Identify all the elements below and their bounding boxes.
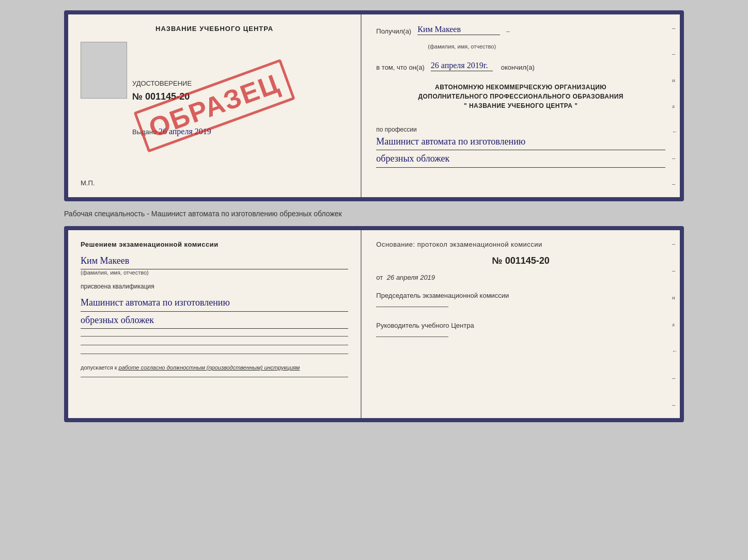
date-row: в том, что он(а) 26 апреля 2019г. окончи…: [376, 61, 665, 71]
cert-right-panel: Получил(а) Ким Макеев – (фамилия, имя, о…: [362, 14, 680, 197]
dash1: –: [506, 27, 510, 35]
qual-profession-line1: Машинист автомата по изготовлению: [81, 294, 348, 311]
qual-name-sub: (фамилия, имя, отчество): [81, 269, 348, 276]
допуск-italic: работе согласно должностным (производств…: [119, 364, 300, 371]
qual-date-row: от 26 апреля 2019: [376, 274, 665, 281]
qual-line3: [81, 354, 348, 354]
cert-left-panel: НАЗВАНИЕ УЧЕБНОГО ЦЕНТРА УДОСТОВЕРЕНИЕ №…: [68, 14, 362, 197]
received-row: Получил(а) Ким Макеев –: [376, 25, 665, 35]
qual-chairman-label: Председатель экзаменационной комиссии: [376, 292, 665, 299]
profession-line1: Машинист автомата по изготовлению: [376, 133, 665, 150]
qual-допуск: допускается к работе согласно должностны…: [81, 364, 348, 371]
qual-side-decoration: ––иа←––: [670, 230, 680, 418]
cert-text-area: УДОСТОВЕРЕНИЕ № 001145-20 Выдано 26 апре…: [132, 37, 348, 179]
cert-issued-date: 26 апреля 2019: [159, 127, 211, 136]
org-line3: " НАЗВАНИЕ УЧЕБНОГО ЦЕНТРА ": [376, 101, 665, 110]
profession-block: по профессии Машинист автомата по изгото…: [376, 122, 665, 168]
qual-date-prefix: от: [376, 274, 383, 281]
cert-photo-placeholder: [81, 42, 127, 99]
received-label: Получил(а): [376, 27, 411, 35]
cert-number: № 001145-20: [132, 91, 348, 102]
qualification-book: Решением экзаменационной комиссии Ким Ма…: [64, 226, 684, 422]
cert-issued-label: Выдано: [132, 128, 157, 136]
qual-basis-label: Основание: протокол экзаменационной коми…: [376, 241, 665, 248]
qual-line2: [81, 345, 348, 345]
cert-mp: М.П.: [81, 179, 348, 187]
org-line2: ДОПОЛНИТЕЛЬНОГО ПРОФЕССИОНАЛЬНОГО ОБРАЗО…: [376, 92, 665, 101]
qual-profession-block: Машинист автомата по изготовлению обрезн…: [81, 294, 348, 329]
cert-label: УДОСТОВЕРЕНИЕ: [132, 79, 348, 87]
profession-line2: обрезных обложек: [376, 150, 665, 167]
допуск-prefix: допускается к: [81, 364, 119, 371]
qual-date-value: 26 апреля 2019: [387, 274, 435, 281]
qual-left-panel: Решением экзаменационной комиссии Ким Ма…: [68, 230, 362, 418]
qual-name: Ким Макеев: [81, 252, 348, 269]
qual-director-label: Руководитель учебного Центра: [376, 322, 665, 329]
qual-protocol-num: № 001145-20: [376, 255, 665, 266]
received-name: Ким Макеев: [417, 25, 500, 35]
date-label: в том, что он(а): [376, 63, 424, 71]
qual-line4: [81, 377, 348, 377]
qual-name-block: Ким Макеев (фамилия, имя, отчество): [81, 252, 348, 276]
qual-chairman-signature: [376, 307, 448, 307]
profession-label: по профессии: [376, 126, 665, 133]
qual-heading: Решением экзаменационной комиссии: [81, 241, 348, 248]
org-line1: АВТОНОМНУЮ НЕКОММЕРЧЕСКУЮ ОРГАНИЗАЦИЮ: [376, 83, 665, 92]
certificate-book: НАЗВАНИЕ УЧЕБНОГО ЦЕНТРА УДОСТОВЕРЕНИЕ №…: [64, 10, 684, 201]
qual-right-panel: Основание: протокол экзаменационной коми…: [362, 230, 680, 418]
qual-profession-line2: обрезных обложек: [81, 312, 348, 329]
qual-director-signature: [376, 337, 448, 337]
side-decoration: ––иа←––: [670, 14, 680, 197]
completed-label: окончил(а): [501, 63, 535, 71]
date-value: 26 апреля 2019г.: [431, 61, 493, 71]
separator-text: Рабочая специальность - Машинист автомат…: [64, 207, 684, 220]
qual-assigned-label: присвоена квалификация: [81, 283, 348, 290]
cert-school-title: НАЗВАНИЕ УЧЕБНОГО ЦЕНТРА: [81, 25, 348, 33]
qual-line1: [81, 336, 348, 337]
org-block: АВТОНОМНУЮ НЕКОММЕРЧЕСКУЮ ОРГАНИЗАЦИЮ ДО…: [376, 83, 665, 110]
name-subtext: (фамилия, имя, отчество): [428, 41, 665, 51]
